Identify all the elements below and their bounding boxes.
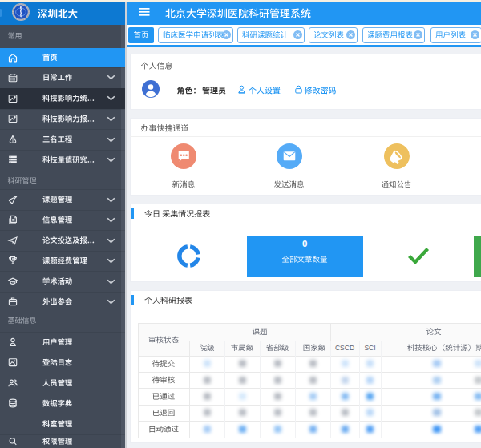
svg-text:CSCD: CSCD <box>335 344 354 352</box>
svg-text:SCI: SCI <box>364 344 375 352</box>
